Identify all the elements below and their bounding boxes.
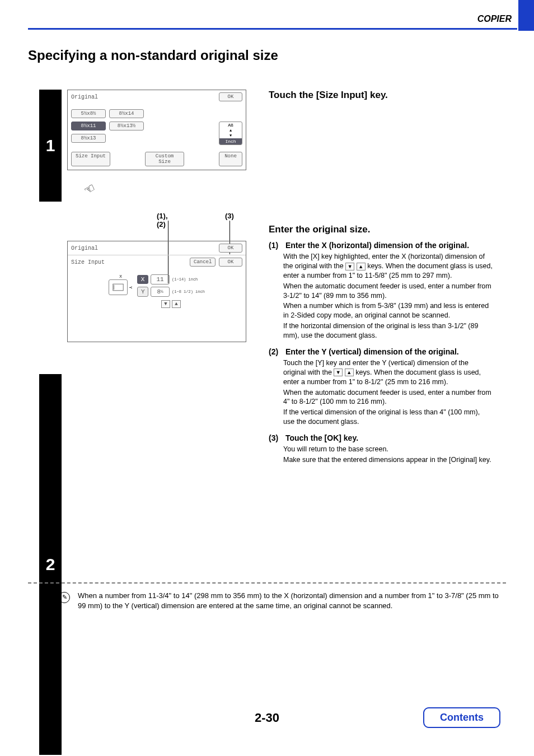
panel2-subtitle: Size Input xyxy=(71,259,105,265)
arrow-up-icon-2: ▲ xyxy=(345,368,354,376)
dashed-divider xyxy=(28,582,506,584)
x-range: (1~14) inch xyxy=(172,278,198,282)
note-text: When a number from 11-3/4" to 14" (298 m… xyxy=(78,591,503,611)
step-1-number: 1 xyxy=(39,90,62,202)
none-button[interactable]: None xyxy=(219,152,242,166)
note-pencil-icon: ✎ xyxy=(59,592,70,603)
y-value: 8½ xyxy=(151,287,170,297)
arrow-up-button[interactable]: ▲ xyxy=(172,300,181,308)
size-btn-3[interactable]: 8½x13½ xyxy=(109,122,144,130)
sub1-body: With the [X] key highlighted, enter the … xyxy=(283,252,493,340)
arrow-up-icon: ▲ xyxy=(357,263,366,270)
sub3-body: You will return to the base screen. Make… xyxy=(283,445,493,465)
step2-panel: Original OK Size Input Cancel OK X Y xyxy=(67,241,246,342)
panel2-ok-sub-button[interactable]: OK xyxy=(219,258,242,267)
sub1-title: Enter the X (horizontal) dimension of th… xyxy=(285,241,476,250)
callout-right: (3) xyxy=(225,212,234,220)
contents-button[interactable]: Contents xyxy=(423,707,500,728)
x-value: 11 xyxy=(151,274,170,284)
sub2-title: Enter the Y (vertical) dimension of the … xyxy=(285,347,476,356)
sub3-num: (3) xyxy=(269,433,283,442)
size-btn-4[interactable]: 8½x13 xyxy=(71,134,106,143)
panel1-title: Original xyxy=(71,94,98,100)
size-btn-2[interactable]: 8½x11 xyxy=(71,122,106,130)
custom-size-button[interactable]: Custom Size xyxy=(145,152,184,166)
callout-left: (1), (2) xyxy=(157,212,168,228)
arrow-down-icon: ▼ xyxy=(345,263,354,270)
step1-panel: Original OK 5½x8½ 8½x14 8½x11 8½x13½ 8½x… xyxy=(67,90,246,170)
sub2-num: (2) xyxy=(269,347,283,356)
y-key[interactable]: Y xyxy=(137,287,148,297)
panel1-ok-button[interactable]: OK xyxy=(219,92,242,101)
header-section: COPIER xyxy=(28,14,512,26)
page-title: Specifying a non-standard original size xyxy=(28,48,278,63)
arrow-down-icon-2: ▼ xyxy=(334,368,343,376)
x-key[interactable]: X xyxy=(137,275,148,284)
size-input-button[interactable]: Size Input xyxy=(71,152,110,166)
arrow-down-button[interactable]: ▼ xyxy=(161,300,170,308)
unit-ab: AB xyxy=(219,122,242,128)
header-rule xyxy=(28,28,517,30)
panel2-ok-top-button[interactable]: OK xyxy=(219,244,242,253)
panel2-cancel-button[interactable]: Cancel xyxy=(190,258,216,267)
sub3-title: Touch the [OK] key. xyxy=(285,433,476,442)
side-tab xyxy=(518,0,534,31)
step2-instruction: Enter the original size. xyxy=(269,224,493,235)
y-range: (1~8 1/2) inch xyxy=(172,290,205,294)
step-2-number: 2 xyxy=(39,374,62,755)
header-text: COPIER xyxy=(477,14,512,24)
size-btn-1[interactable]: 8½x14 xyxy=(109,109,144,118)
pointer-hand-icon: ☜ xyxy=(81,180,98,199)
sub2-body: Touch the [Y] key and enter the Y (verti… xyxy=(283,358,493,427)
svg-rect-0 xyxy=(113,284,123,291)
orientation-icon xyxy=(109,279,128,295)
step1-instruction: Touch the [Size Input] key. xyxy=(269,90,493,101)
unit-toggle[interactable]: AB ▲ ▼ Inch xyxy=(219,122,242,145)
size-btn-0[interactable]: 5½x8½ xyxy=(71,109,106,118)
unit-inch: Inch xyxy=(219,138,242,144)
sub1-num: (1) xyxy=(269,241,283,250)
panel2-title: Original xyxy=(71,245,98,251)
